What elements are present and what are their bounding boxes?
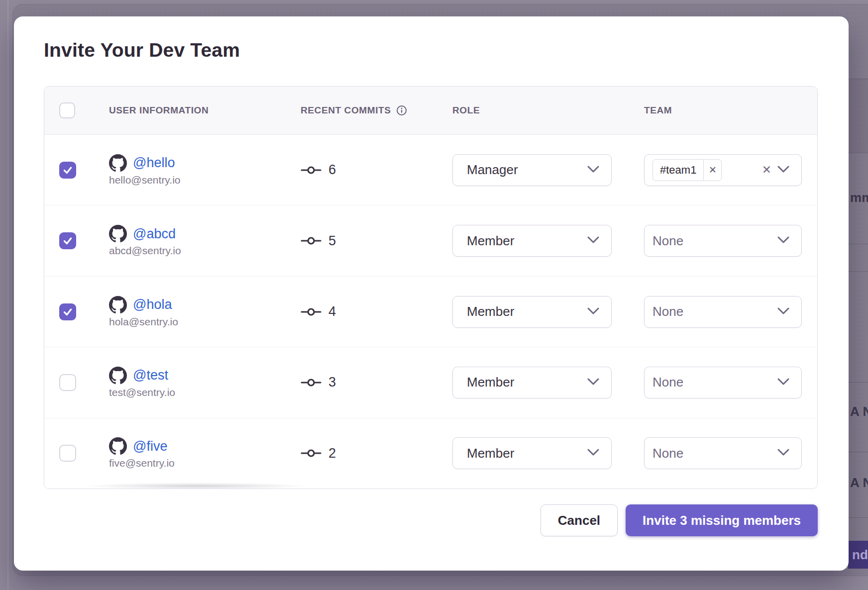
- row-checkbox-cell: [44, 303, 109, 320]
- role-cell: Member: [452, 367, 644, 398]
- row-checkbox[interactable]: [59, 374, 76, 391]
- table-header-row: USER INFORMATION RECENT COMMITS ROLE TEA…: [44, 87, 817, 135]
- github-icon: [109, 437, 127, 455]
- user-information-cell: @abcd abcd@sentry.io: [109, 225, 301, 257]
- user-information-cell: @test test@sentry.io: [109, 367, 301, 398]
- role-select[interactable]: Member: [452, 437, 612, 469]
- clear-icon[interactable]: ✕: [762, 163, 771, 177]
- chevron-down-icon: [777, 449, 789, 458]
- chevron-down-icon: [777, 236, 789, 245]
- role-cell: Member: [452, 225, 644, 257]
- team-select[interactable]: #team1 ✕ ✕: [644, 154, 802, 186]
- team-cell: #team1 ✕ ✕: [644, 154, 817, 186]
- background-row-divider: [846, 382, 868, 383]
- user-email: test@sentry.io: [109, 387, 301, 398]
- chevron-down-icon: [777, 166, 789, 175]
- team-cell: ✕ None ✕: [644, 437, 817, 469]
- user-handle-link[interactable]: @abcd: [133, 226, 176, 242]
- role-cell: Member: [452, 296, 644, 328]
- select-all-cell: [44, 102, 109, 118]
- table-row: @test test@sentry.io 3 Member: [44, 347, 817, 417]
- commit-count: 4: [328, 304, 336, 319]
- header-user-information: USER INFORMATION: [109, 105, 301, 116]
- github-icon: [109, 225, 127, 243]
- table-row: @hello hello@sentry.io 6 Manager: [44, 135, 817, 205]
- members-table: USER INFORMATION RECENT COMMITS ROLE TEA…: [44, 86, 818, 489]
- table-body: @hello hello@sentry.io 6 Manager: [44, 135, 817, 489]
- table-row: @five five@sentry.io 2 Member: [44, 418, 817, 489]
- role-select[interactable]: Member: [452, 225, 612, 257]
- git-commit-icon: [301, 234, 322, 247]
- row-checkbox[interactable]: [59, 303, 76, 320]
- cancel-button[interactable]: Cancel: [541, 504, 618, 536]
- team-select[interactable]: ✕ None ✕: [644, 367, 802, 398]
- role-select-value: Member: [467, 375, 581, 390]
- role-select[interactable]: Member: [452, 296, 612, 328]
- team-select[interactable]: ✕ None ✕: [644, 296, 802, 328]
- chevron-down-icon: [587, 166, 599, 175]
- team-cell: ✕ None ✕: [644, 225, 817, 257]
- info-icon[interactable]: [396, 105, 407, 116]
- team-select-value: None: [652, 375, 728, 390]
- commit-count: 6: [328, 162, 336, 178]
- background-text-fragment: A No: [850, 475, 868, 491]
- git-commit-icon: [301, 376, 322, 389]
- user-handle-link[interactable]: @five: [133, 439, 167, 454]
- recent-commits-cell: 3: [301, 375, 452, 390]
- role-select[interactable]: Member: [452, 367, 612, 398]
- background-left-stripe: [7, 0, 8, 590]
- git-commit-icon: [301, 164, 322, 177]
- commit-count: 3: [328, 375, 336, 390]
- header-team: TEAM: [644, 105, 817, 116]
- recent-commits-cell: 2: [301, 446, 452, 461]
- github-icon: [109, 367, 127, 385]
- background-row-divider: [846, 244, 868, 244]
- row-checkbox[interactable]: [59, 445, 76, 462]
- user-email: hello@sentry.io: [109, 174, 301, 186]
- modal-title: Invite Your Dev Team: [44, 39, 818, 61]
- invite-dev-team-modal: Invite Your Dev Team USER INFORMATION RE…: [14, 16, 849, 571]
- chevron-down-icon: [587, 236, 599, 245]
- team-tag-label: #team1: [653, 164, 703, 177]
- team-select[interactable]: ✕ None ✕: [644, 437, 802, 469]
- team-select-value: None: [652, 446, 728, 461]
- team-cell: ✕ None ✕: [644, 296, 817, 328]
- user-information-cell: @five five@sentry.io: [109, 437, 301, 469]
- row-checkbox-cell: [44, 232, 109, 249]
- tag-remove-icon[interactable]: ✕: [703, 160, 721, 181]
- background-text-fragment: A No: [850, 404, 868, 419]
- select-all-checkbox[interactable]: [59, 102, 75, 118]
- chevron-down-icon: [587, 378, 599, 387]
- background-row-divider: [846, 79, 868, 79]
- invite-members-button[interactable]: Invite 3 missing members: [626, 504, 818, 536]
- row-checkbox[interactable]: [59, 232, 76, 249]
- user-handle-link[interactable]: @test: [133, 368, 168, 383]
- row-checkbox-cell: [44, 162, 109, 179]
- role-select-value: Member: [467, 304, 581, 319]
- team-cell: ✕ None ✕: [644, 367, 817, 398]
- chevron-down-icon: [587, 307, 599, 316]
- recent-commits-cell: 6: [301, 162, 452, 178]
- user-handle-link[interactable]: @hola: [133, 297, 172, 312]
- background-row-divider: [846, 271, 868, 272]
- chevron-down-icon: [777, 307, 789, 316]
- row-checkbox[interactable]: [59, 162, 76, 179]
- role-select[interactable]: Manager: [452, 154, 612, 186]
- recent-commits-cell: 4: [301, 304, 452, 319]
- user-email: abcd@sentry.io: [109, 245, 301, 257]
- team-select[interactable]: ✕ None ✕: [644, 225, 802, 257]
- background-button-label: nd: [852, 547, 868, 563]
- background-row-divider: [846, 153, 868, 153]
- team-tag-pill: #team1 ✕: [652, 159, 722, 181]
- role-select-value: Member: [467, 446, 581, 461]
- modal-footer: Cancel Invite 3 missing members: [44, 504, 818, 536]
- user-information-cell: @hola hola@sentry.io: [109, 296, 301, 328]
- user-handle-link[interactable]: @hello: [133, 155, 175, 171]
- header-recent-commits-label: RECENT COMMITS: [301, 105, 391, 116]
- row-checkbox-cell: [44, 445, 109, 462]
- team-select-value: None: [652, 304, 728, 319]
- chevron-down-icon: [777, 378, 789, 387]
- role-cell: Member: [452, 437, 644, 469]
- header-role: ROLE: [452, 105, 644, 116]
- chevron-down-icon: [587, 449, 599, 458]
